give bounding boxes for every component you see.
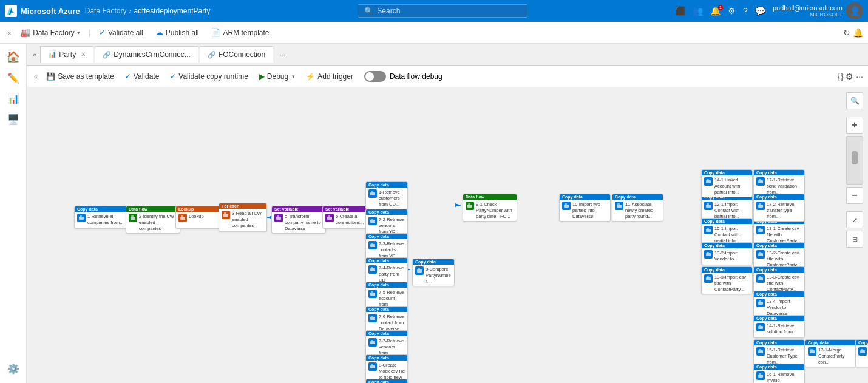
svg-rect-35 xyxy=(370,365,375,368)
validate-label: Validate xyxy=(134,72,159,81)
directory-icon[interactable]: 👥 xyxy=(693,6,703,16)
nav-arm-template[interactable]: 📄 ARM template xyxy=(206,25,274,39)
debug-btn[interactable]: ▶ Debug ▾ xyxy=(254,70,300,83)
save-template-btn[interactable]: 💾 Save as template xyxy=(41,70,119,83)
tab-fo-icon: 🔗 xyxy=(208,51,216,59)
left-icon-monitor[interactable]: 🖥️ xyxy=(4,109,23,129)
left-icon-home[interactable]: 🏠 xyxy=(4,47,23,67)
cloud-shell-icon[interactable]: ⬛ xyxy=(675,6,685,16)
save-template-label: Save as template xyxy=(58,72,114,81)
breadcrumb-datafactory[interactable]: Data Factory xyxy=(85,7,127,15)
pipeline-node-n7[interactable]: Copy data 1-Retrieve customers from CD..… xyxy=(365,181,408,209)
pipeline-node-n38[interactable]: Copy data 17-2-Retrieve transfer type fr… xyxy=(753,194,805,222)
settings-icon[interactable]: ⚙ xyxy=(728,6,736,16)
node-icon xyxy=(756,371,765,380)
pipeline-node-n2[interactable]: Data flow 2-Identify the CW enabled comp… xyxy=(126,206,180,234)
svg-rect-48 xyxy=(707,203,709,205)
canvas-zoom-in-btn[interactable]: + xyxy=(846,117,863,134)
pipeline-node-n16[interactable]: Copy data 8-Compare PartyNumber... xyxy=(412,259,455,286)
validate-all-icon: ✓ xyxy=(99,28,106,37)
more-icon[interactable]: ··· xyxy=(856,72,863,81)
node-type-header: Copy data xyxy=(702,219,752,224)
node-label: 15-1-Import Contact with partial info... xyxy=(714,226,750,243)
nav-data-factory[interactable]: 🏭 Data Factory ▾ xyxy=(16,25,85,39)
node-icon xyxy=(756,226,765,234)
nav-publish-all[interactable]: ☁ Publish all xyxy=(151,25,204,39)
pipeline-node-n17[interactable]: Data flow 9-1-Check PartyNumber with par… xyxy=(463,194,517,222)
azure-logo[interactable]: Microsoft Azure xyxy=(5,5,80,17)
toolbar-collapse-btn[interactable]: « xyxy=(32,73,40,80)
left-icon-pencil[interactable]: ✏️ xyxy=(4,68,23,87)
canvas-search-btn[interactable]: 🔍 xyxy=(846,92,863,109)
node-icon xyxy=(704,226,713,234)
tab-fo[interactable]: 🔗 FOConnection xyxy=(200,46,273,63)
breadcrumb-instance: adftestdeploymentParty xyxy=(134,7,210,15)
nav-validate-all[interactable]: ✓ Validate all xyxy=(94,25,148,39)
refresh-icon[interactable]: ↻ xyxy=(843,28,850,38)
pipeline-node-n36[interactable]: Copy data 13-3-Import csv title with Con… xyxy=(701,266,753,294)
pipeline-node-n25[interactable]: Copy data 14-1-Retrieve solution from... xyxy=(753,315,805,338)
add-trigger-btn[interactable]: ⚡ Add trigger xyxy=(301,70,358,83)
svg-rect-56 xyxy=(759,300,761,302)
pipeline-node-n33[interactable]: Copy data 14-1 Linked Account with parti… xyxy=(701,169,753,197)
svg-rect-45 xyxy=(617,205,622,208)
validate-btn[interactable]: ✓ Validate xyxy=(120,70,164,83)
nav-collapse-button[interactable]: « xyxy=(5,28,13,38)
svg-rect-11 xyxy=(131,217,135,220)
pipeline-node-n5[interactable]: Set variable 5-Transform company name to… xyxy=(271,206,326,234)
pipeline-node-n32[interactable]: Copy data 19-Import ContactParty into... xyxy=(855,339,868,367)
feedback-icon[interactable]: 💬 xyxy=(755,6,765,16)
pipeline-node-n4[interactable]: For each 3-Read all CW enabled companies xyxy=(219,203,267,232)
canvas-controls: 🔍 + − ⤢ ⊞ xyxy=(846,92,863,248)
svg-rect-49 xyxy=(758,229,763,232)
svg-rect-83 xyxy=(758,205,763,208)
node-label: 14-1 Linked Account with partial info... xyxy=(714,177,750,195)
svg-rect-17 xyxy=(276,217,281,220)
svg-rect-18 xyxy=(277,215,279,217)
arm-icon: 📄 xyxy=(211,28,220,37)
left-icon-bar: 🏠 ✏️ 📊 🖥️ ⚙️ xyxy=(0,44,27,383)
svg-rect-20 xyxy=(328,215,330,217)
canvas-fit-btn[interactable]: ⤢ xyxy=(846,211,863,228)
tab-party-close[interactable]: ✕ xyxy=(81,51,86,58)
tab-dynamics-label: DynamicsCrmConnec... xyxy=(114,50,191,59)
canvas-zoom-out-btn[interactable]: − xyxy=(846,187,863,204)
help-icon[interactable]: ? xyxy=(743,6,748,16)
pipeline-node-n31[interactable]: Copy data 17-1-Merge ContactParty con... xyxy=(805,339,856,367)
nav-dropdown-icon[interactable]: ▾ xyxy=(77,30,80,36)
notifications-icon[interactable]: 🔔 xyxy=(853,28,863,38)
code-icon[interactable]: {} xyxy=(838,72,843,81)
debug-toggle-switch[interactable] xyxy=(364,71,386,82)
pipeline-node-n18[interactable]: Copy data 10-Import two parties into Dat… xyxy=(559,194,611,222)
pipeline-node-n35[interactable]: Copy data 13-2-Import Vendor to... xyxy=(701,242,753,265)
left-icon-gear[interactable]: ⚙️ xyxy=(4,359,23,378)
node-type-header: Data flow xyxy=(463,194,517,200)
search-input[interactable] xyxy=(377,7,498,15)
notification-icon[interactable]: 🔔1 xyxy=(710,6,721,16)
search-box[interactable]: 🔍 xyxy=(358,4,527,18)
debug-dropdown-icon[interactable]: ▾ xyxy=(292,73,295,80)
node-label: 7-6-Retrieve contact from Dataverse xyxy=(379,314,405,331)
filter-icon[interactable]: ⚙ xyxy=(846,72,853,81)
pipeline-node-n1[interactable]: Copy data 1-Retrieve all companies from.… xyxy=(74,206,132,229)
tab-more-btn[interactable]: ··· xyxy=(277,48,288,61)
node-icon xyxy=(704,202,713,210)
node-type-header: Copy data xyxy=(366,331,407,336)
validate-copy-btn[interactable]: ✓ Validate copy runtime xyxy=(165,70,253,83)
pipeline-node-n15[interactable]: Copy data 9-Retrieve temp args and Party… xyxy=(365,379,408,383)
svg-rect-82 xyxy=(759,179,761,180)
pipeline-node-n27[interactable]: Copy data 16-1-Remove Invalid ContactPar… xyxy=(753,364,805,383)
pipeline-node-n19[interactable]: Copy data 11-Associate newly created par… xyxy=(612,194,663,222)
azure-text: Microsoft Azure xyxy=(21,7,80,16)
canvas-layout-btn[interactable]: ⊞ xyxy=(846,231,863,248)
left-icon-data[interactable]: 📊 xyxy=(4,89,23,108)
svg-rect-62 xyxy=(759,373,761,375)
tab-party[interactable]: 📊 Party ✕ xyxy=(40,46,93,63)
avatar[interactable]: 👤 xyxy=(846,2,863,19)
breadcrumb: Data Factory › adftestdeploymentParty xyxy=(85,7,211,15)
pipeline-node-n3[interactable]: Lookup Lookup xyxy=(175,206,221,229)
user-info[interactable]: pudhall@microsoft.com MICROSOFT 👤 xyxy=(773,2,863,19)
tab-collapse-btn[interactable]: « xyxy=(29,49,40,61)
tab-dynamics[interactable]: 🔗 DynamicsCrmConnec... xyxy=(95,46,198,63)
node-label: 13-4-Import Vendor to Dataverse xyxy=(767,299,802,316)
